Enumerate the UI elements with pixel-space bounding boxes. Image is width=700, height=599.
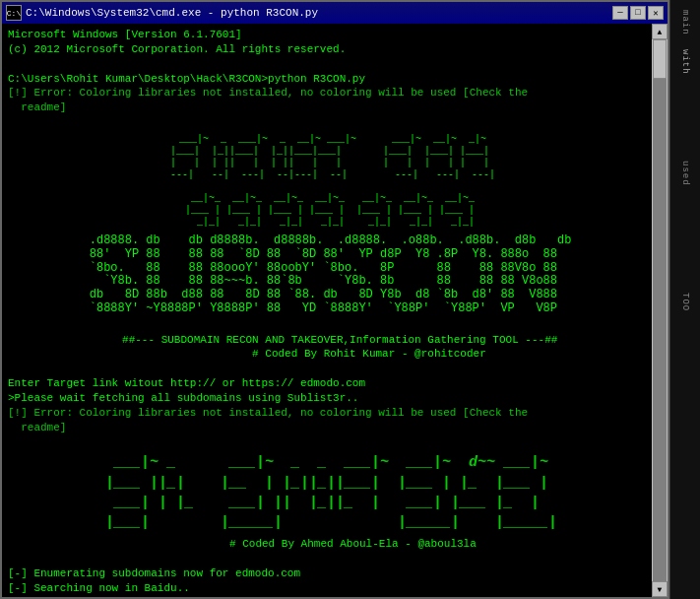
- line-error1b: readme]: [8, 100, 646, 115]
- scrollbar-track[interactable]: [653, 39, 667, 581]
- scrollbar[interactable]: ▲ ▼: [652, 24, 668, 597]
- line-blank1: [8, 57, 646, 72]
- window-title: C:\Windows\System32\cmd.exe - python R3C…: [26, 7, 318, 19]
- title-bar: C:\ C:\Windows\System32\cmd.exe - python…: [2, 2, 668, 24]
- line-blank2: [8, 115, 646, 130]
- subr3con-title: .d8888. db db d8888b. d8888b. .d8888. .o…: [8, 234, 646, 316]
- sublist3r-art-block: ___|~ _ ___|~ _ _ ___|~ ___|~ d~~ ___|~ …: [8, 449, 646, 537]
- scrollbar-thumb[interactable]: [653, 39, 667, 79]
- window-controls: ─ □ ✕: [612, 6, 664, 20]
- right-label-main: main: [678, 0, 692, 45]
- terminal-body: Microsoft Windows [Version 6.1.7601] (c)…: [2, 24, 668, 597]
- line-tool-info: ##--- SUBDOMAIN RECON AND TAKEOVER,Infor…: [8, 333, 646, 348]
- minimize-button[interactable]: ─: [612, 6, 628, 20]
- line-blank6: [8, 552, 646, 566]
- line-win-version: Microsoft Windows [Version 6.1.7601]: [8, 28, 646, 42]
- line-enum: [-] Enumerating subdomains now for edmod…: [8, 566, 646, 581]
- cmd-icon: C:\: [6, 5, 22, 21]
- line-error2: [!] Error: Coloring libraries not instal…: [8, 406, 646, 421]
- line-target: Enter Target link witout http:// or http…: [8, 376, 646, 391]
- right-sidebar: main with used TOO: [669, 0, 700, 599]
- line-ahmed: # Coded By Ahmed Aboul-Ela - @aboul3la: [8, 537, 646, 552]
- scroll-down-button[interactable]: ▼: [652, 581, 668, 597]
- ascii-art-text: ___|~ _ ___|~ _ __|~ ___|~ ___|~ __|~ _|…: [8, 134, 646, 229]
- line-blank4: [8, 362, 646, 376]
- cmd-window: C:\ C:\Windows\System32\cmd.exe - python…: [0, 0, 669, 599]
- maximize-button[interactable]: □: [630, 6, 646, 20]
- line-error2b: readme]: [8, 421, 646, 435]
- line-command: C:\Users\Rohit Kumar\Desktop\Hack\R3CON>…: [8, 72, 646, 87]
- title-bar-left: C:\ C:\Windows\System32\cmd.exe - python…: [6, 5, 318, 21]
- ascii-art-block: ___|~ _ ___|~ _ __|~ ___|~ ___|~ __|~ _|…: [8, 130, 646, 233]
- line-baidu: [-] Searching now in Baidu..: [8, 581, 646, 596]
- right-label-too: TOO: [678, 289, 692, 315]
- line-ms-corp: (c) 2012 Microsoft Corporation. All righ…: [8, 42, 646, 57]
- line-yahoo: [-] Searching now in Yahoo..: [8, 596, 646, 597]
- line-blank3: [8, 318, 646, 333]
- right-label-with: with: [678, 45, 692, 79]
- sublist3r-art: ___|~ _ ___|~ _ _ ___|~ ___|~ d~~ ___|~ …: [96, 453, 557, 533]
- line-error1: [!] Error: Coloring libraries not instal…: [8, 86, 646, 100]
- terminal-content[interactable]: Microsoft Windows [Version 6.1.7601] (c)…: [2, 24, 652, 597]
- line-coded-by: # Coded By Rohit Kumar - @rohitcoder: [8, 347, 646, 362]
- line-please-wait: >Please wait fetching all subdomains usi…: [8, 391, 646, 406]
- line-blank5: [8, 434, 646, 449]
- scroll-up-button[interactable]: ▲: [652, 24, 668, 39]
- close-button[interactable]: ✕: [648, 6, 664, 20]
- right-label-used: used: [678, 157, 692, 190]
